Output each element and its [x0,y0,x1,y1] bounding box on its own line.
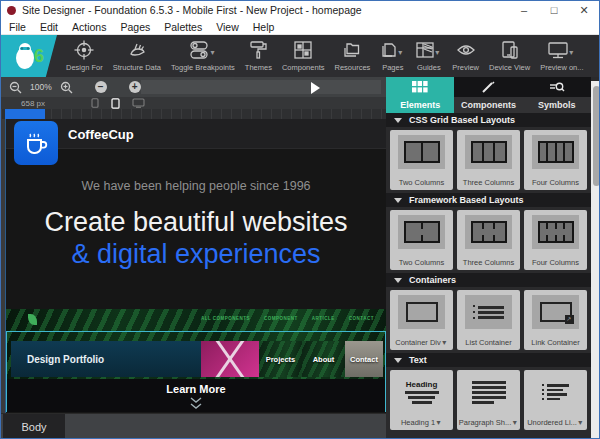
demo-nav-link[interactable]: ALL COMPONENTS [201,316,250,321]
toolbar-structure-data[interactable]: Structure Data [108,35,166,77]
toolbar-themes[interactable]: Themes [240,35,277,77]
toolbar-preview[interactable]: Preview [447,35,484,77]
four-columns-icon [532,215,579,249]
toolbar-pages[interactable]: Pages [375,35,410,77]
scrollbar-thumb[interactable] [593,86,600,186]
toolbar-resources[interactable]: Resources [329,35,375,77]
menu-help[interactable]: Help [253,21,275,33]
toolbar-components[interactable]: Components [277,35,330,77]
remove-breakpoint-button[interactable]: − [95,81,107,93]
element-card-paragraph[interactable]: Paragraph Sh... [457,370,520,430]
portfolio-link[interactable]: Projects [266,355,296,364]
portfolio-tile-contact[interactable]: Contact [345,341,383,377]
site-brand-text[interactable]: CoffeeCup [68,127,134,142]
tab-symbols[interactable]: Symbols [523,77,591,113]
menu-edit[interactable]: Edit [40,21,58,33]
demo-nav-link[interactable]: COMPONENT [264,316,298,321]
section-header-framework[interactable]: Framework Based Layouts [386,193,591,207]
collapse-triangle-icon[interactable] [394,358,402,363]
portfolio-tile-image[interactable] [201,341,259,377]
width-ruler[interactable] [1,109,386,119]
toolbar-device-view[interactable]: Device View [484,35,535,77]
maximize-button[interactable]: □ [539,1,569,19]
card-label: Four Columns [524,178,587,187]
selected-section[interactable]: Design Portfolio Projects About Contact … [6,331,386,412]
card-label: Container Div [395,338,440,347]
site-navbar[interactable] [6,119,386,149]
breakpoint-marker-icon[interactable] [311,82,320,94]
menu-palettes[interactable]: Palettes [164,21,202,33]
element-card-three-columns[interactable]: Three Columns [457,130,520,190]
element-card-heading[interactable]: Heading Heading 1 [390,370,453,430]
minimize-button[interactable]: – [509,1,539,19]
section-header-containers[interactable]: Containers [386,273,591,287]
element-card-list-container[interactable]: List Container [457,290,520,350]
phone-icon[interactable] [111,98,120,109]
element-card-three-columns[interactable]: Three Columns [457,210,520,270]
element-card-link-container[interactable]: ↗ Link Container [524,290,587,350]
toolbar-preview-on[interactable]: Preview on... [535,35,588,77]
demo-banner-image[interactable]: ALL COMPONENTS COMPONENT ARTICLE CONTACT [6,309,386,331]
learn-more-link[interactable]: Learn More [166,383,225,395]
phone-small-icon[interactable] [91,98,99,108]
section-header-text[interactable]: Text [386,353,591,367]
dropdown-arrow-icon[interactable] [210,41,217,59]
desktop-icon[interactable] [132,98,145,108]
panel-scrollbar[interactable] [591,81,600,438]
portfolio-banner[interactable]: Design Portfolio [11,341,201,377]
toolbar-guides[interactable]: Guides [410,35,447,77]
site-headline-line1[interactable]: Create beautiful websites [6,207,386,238]
portfolio-tile-about[interactable]: About [302,341,345,377]
dropdown-arrow-icon[interactable] [577,418,584,427]
dropdown-arrow-icon[interactable] [441,338,448,347]
demo-nav-link[interactable]: CONTACT [349,316,374,321]
zoom-out-icon[interactable] [9,81,22,94]
portfolio-title[interactable]: Design Portfolio [27,354,104,365]
unordered-list-icon [532,375,579,409]
dropdown-arrow-icon[interactable] [435,41,442,59]
toolbar-toggle-breakpoints[interactable]: Toggle Breakpoints [166,35,240,77]
breakpoint-range-indicator[interactable] [5,109,45,119]
element-card-two-columns[interactable]: Two Columns [390,130,453,190]
collapse-triangle-icon[interactable] [394,198,402,203]
portfolio-link[interactable]: About [313,355,335,364]
menu-pages[interactable]: Pages [120,21,150,33]
selected-element-tag[interactable]: Body [3,414,65,439]
portfolio-tile-projects[interactable]: Projects [259,341,302,377]
collapse-triangle-icon[interactable] [394,278,402,283]
element-card-two-columns[interactable]: Two Columns [390,210,453,270]
section-header-css-grid[interactable]: CSS Grid Based Layouts [386,113,591,127]
portfolio-strip[interactable]: Projects About Contact [201,341,383,377]
demo-nav-link[interactable]: ARTICLE [312,316,335,321]
cta-zone: Learn More [7,379,385,412]
element-card-container-div[interactable]: Container Div [390,290,453,350]
toolbar-design-for[interactable]: Design For [61,35,108,77]
toolbar-label: Preview on... [540,63,583,72]
site-logo[interactable] [14,121,58,165]
site-tagline[interactable]: We have been helping people since 1996 [6,179,386,193]
zoom-in-icon[interactable] [60,81,73,94]
coffeecup-logo-button[interactable]: 6 [1,35,57,77]
dropdown-arrow-icon[interactable] [511,418,518,427]
device-bar: 658 px [1,97,386,109]
close-button[interactable]: ✕ [569,1,599,19]
tab-label: Components [454,97,522,113]
dropdown-arrow-icon[interactable] [435,418,442,427]
tab-components[interactable]: Components [454,77,522,113]
site-headline-line2[interactable]: & digital experiences [6,239,386,270]
design-canvas[interactable]: CoffeeCup We have been helping people si… [5,119,386,413]
menu-actions[interactable]: Actions [72,21,106,33]
element-card-four-columns[interactable]: Four Columns [524,130,587,190]
menu-file[interactable]: File [9,21,26,33]
portfolio-link[interactable]: Contact [350,355,378,364]
menu-view[interactable]: View [216,21,239,33]
element-card-unordered-list[interactable]: Unordered Li... [524,370,587,430]
tab-elements[interactable]: Elements [386,77,454,113]
collapse-triangle-icon[interactable] [394,118,402,123]
element-card-four-columns[interactable]: Four Columns [524,210,587,270]
chevron-down-icon[interactable] [188,397,204,410]
dropdown-arrow-icon[interactable] [569,41,576,59]
add-breakpoint-button[interactable]: + [129,81,141,93]
breakpoint-track[interactable] [141,80,381,94]
dropdown-arrow-icon[interactable] [398,41,405,59]
